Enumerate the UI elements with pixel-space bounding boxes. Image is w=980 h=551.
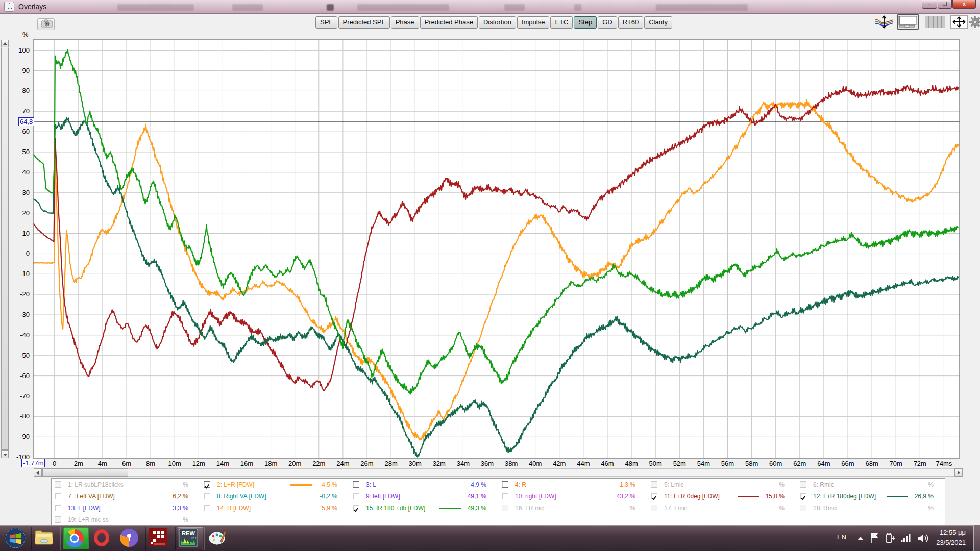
legend-label[interactable]: 11: L+R 0deg [FDW] <box>664 491 720 502</box>
x-tick-label: 56m <box>715 460 740 467</box>
volume-speaker-icon[interactable] <box>917 532 930 544</box>
legend-label[interactable]: 6: Rmic <box>813 479 834 490</box>
show-desktop-button[interactable] <box>973 525 980 551</box>
legend-item: 17: Lmic% <box>651 503 797 514</box>
x-tick-label: 72m <box>907 460 933 467</box>
legend-item: 7: :Left VA [FDW]6,2 % <box>55 491 201 502</box>
legend-label[interactable]: 13: L [FDW] <box>68 503 101 514</box>
legend-label[interactable]: 1: LR subLP18clicks <box>68 479 124 490</box>
x-tick-label: 42m <box>547 460 572 467</box>
x-tick-label: 6m <box>114 460 139 467</box>
legend-checkbox[interactable] <box>204 493 210 499</box>
legend-checkbox[interactable] <box>800 493 806 499</box>
scroll-up-button[interactable] <box>1 40 9 47</box>
rew-icon: REWV5.1 <box>178 528 199 548</box>
horizontal-scrollbar-thumb[interactable] <box>42 468 128 477</box>
taskbar-rew[interactable]: REWV5.1 <box>178 527 203 549</box>
legend-label[interactable]: 5: Lmic <box>664 479 684 490</box>
legend-checkbox[interactable] <box>55 481 61 488</box>
network-signal-icon[interactable] <box>900 533 913 544</box>
legend-label[interactable]: 7: :Left VA [FDW] <box>68 491 115 502</box>
legend-value: 6,2 % <box>148 491 188 502</box>
scroll-left-button[interactable] <box>34 468 42 477</box>
legend-checkbox[interactable] <box>651 505 657 511</box>
windows-start-icon <box>4 527 27 549</box>
taskbar-windows-start[interactable] <box>4 527 30 549</box>
legend-label[interactable]: 9: left [FDW] <box>366 491 400 502</box>
legend-item: 15: IR 180 +db [FDW]49,3 % <box>353 503 499 514</box>
legend-label[interactable]: 16: LR mic <box>515 503 544 514</box>
taskbar-pixel-grid-app[interactable] <box>148 527 174 549</box>
x-tick-label: 22m <box>306 460 332 467</box>
legend-checkbox[interactable] <box>353 493 359 499</box>
legend-value: 26,9 % <box>893 491 934 502</box>
tray-expand-icon[interactable] <box>857 537 864 540</box>
taskbar-separator <box>204 527 205 550</box>
scroll-down-button[interactable] <box>1 450 9 458</box>
legend-label[interactable]: 4: R <box>515 479 526 490</box>
legend-item: 5: Lmic% <box>651 479 797 490</box>
legend-item: 4: R1,3 % <box>502 479 648 490</box>
legend-label[interactable]: 10: right [FDW] <box>515 491 556 502</box>
x-tick-label: 26m <box>354 460 380 467</box>
legend-checkbox[interactable] <box>502 493 508 499</box>
legend-value: 43,2 % <box>595 491 635 502</box>
x-tick-label: 30m <box>402 460 428 467</box>
x-tick-label: 18m <box>258 460 284 467</box>
legend-label[interactable]: 2: L+R [FDW] <box>217 479 254 490</box>
legend-checkbox[interactable] <box>502 481 508 488</box>
legend-checkbox[interactable] <box>204 505 210 511</box>
legend-label[interactable]: 17: Lmic <box>664 503 687 514</box>
vertical-scrollbar-thumb[interactable] <box>1 48 9 450</box>
x-tick-label: 16m <box>234 460 259 467</box>
taskbar-opera[interactable] <box>91 527 116 549</box>
legend-label[interactable]: 14: R [FDW] <box>217 503 251 514</box>
checkmark-icon <box>800 495 806 501</box>
chart-plot-area[interactable] <box>0 0 980 510</box>
taskbar: REWV5.1 EN 12:55 μμ 23/5/2021 <box>0 525 980 551</box>
legend-checkbox[interactable] <box>800 481 806 488</box>
legend-value: 3,3 % <box>148 503 188 514</box>
legend-label[interactable]: 18: Rmic <box>813 503 837 514</box>
horizontal-scrollbar[interactable] <box>34 468 963 477</box>
action-center-flag-icon[interactable] <box>870 532 880 543</box>
taskbar-separator <box>60 527 61 550</box>
legend-label[interactable]: 8: Right VA [FDW] <box>217 491 266 502</box>
legend-value: % <box>893 479 934 490</box>
taskbar-chrome[interactable] <box>63 527 89 549</box>
right-arrow-icon <box>958 471 960 475</box>
legend-value: % <box>148 479 188 490</box>
legend-checkbox[interactable] <box>55 493 61 499</box>
legend-item: 2: L+R [FDW]-4,5 % <box>204 479 350 490</box>
x-tick-label: 32m <box>426 460 452 467</box>
legend-label[interactable]: 19: L+R mic ss <box>68 514 109 525</box>
taskbar-paint[interactable] <box>207 527 233 549</box>
taskbar-explorer[interactable] <box>34 527 59 549</box>
scroll-right-button[interactable] <box>954 468 963 477</box>
legend-checkbox[interactable] <box>353 481 359 488</box>
legend-checkbox[interactable] <box>353 505 359 511</box>
x-tick-label: 20m <box>282 460 308 467</box>
legend-checkbox[interactable] <box>204 481 210 488</box>
legend-checkbox[interactable] <box>651 481 657 488</box>
language-indicator[interactable]: EN <box>837 533 846 541</box>
taskbar-separator <box>31 527 31 550</box>
legend-label[interactable]: 3: L <box>366 479 376 490</box>
x-tick-label: 12m <box>186 460 211 467</box>
legend-label[interactable]: 15: IR 180 +db [FDW] <box>366 503 425 514</box>
legend-value: % <box>893 503 934 514</box>
legend-checkbox[interactable] <box>651 493 657 499</box>
desktop-screen: Overlays – ❐ x SPLPredicted SPLPhasePred… <box>0 0 980 551</box>
legend-checkbox[interactable] <box>502 505 508 511</box>
taskbar-secure-browser[interactable] <box>118 527 144 549</box>
clock[interactable]: 12:55 μμ 23/5/2021 <box>936 528 966 548</box>
y-axis-unit: % <box>22 31 29 38</box>
legend-checkbox[interactable] <box>55 516 61 523</box>
legend-checkbox[interactable] <box>55 505 61 511</box>
legend-checkbox[interactable] <box>800 505 806 511</box>
power-plug-icon[interactable] <box>884 532 896 544</box>
x-tick-label: 52m <box>667 460 692 467</box>
legend-item: 18: Rmic% <box>800 503 946 514</box>
checkmark-icon <box>651 495 657 501</box>
legend-label[interactable]: 12: L+R 180deg [FDW] <box>813 491 876 502</box>
